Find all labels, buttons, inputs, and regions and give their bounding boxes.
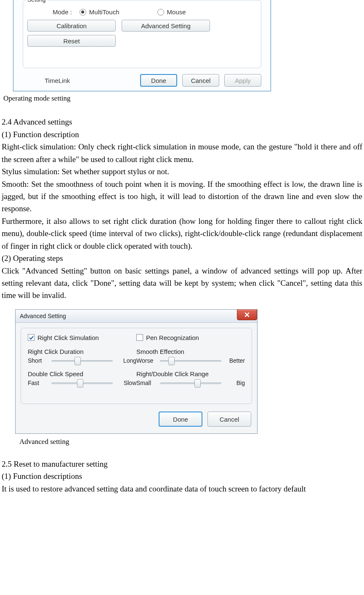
section-2-4-sub2: (2) Operating steps bbox=[2, 252, 362, 264]
checkbox-pen-recognization[interactable]: Pen Recognization bbox=[136, 334, 199, 341]
mode-row: Mode : MultiTouch Mouse bbox=[53, 8, 257, 16]
setting-groupbox: Setting Mode : MultiTouch Mouse Calibrat… bbox=[23, 0, 261, 68]
setting-dialog: Setting Mode : MultiTouch Mouse Calibrat… bbox=[13, 0, 271, 91]
advanced-setting-button[interactable]: Advanced Setting bbox=[122, 20, 210, 32]
smooth-worse-label: Worse bbox=[136, 357, 157, 364]
figure1-caption: Operating mode setting bbox=[3, 93, 362, 104]
dialog-title: Advanced Setting bbox=[20, 313, 66, 319]
section-2-4-p1: Right-click simulation: Only check right… bbox=[2, 141, 362, 165]
range-small-label: Small bbox=[136, 380, 157, 386]
reset-button[interactable]: Reset bbox=[27, 35, 116, 47]
section-2-4-title: 2.4 Advanced settings bbox=[2, 116, 362, 128]
section-2-4-p4: Furthermore, it also allows to set right… bbox=[2, 215, 362, 252]
cancel-button[interactable]: Cancel bbox=[182, 74, 219, 87]
radio-multitouch[interactable]: MultiTouch bbox=[80, 8, 120, 16]
dcs-fast-label: Fast bbox=[28, 380, 49, 386]
label-right-double-click-range: Right/Double Click Range bbox=[136, 370, 245, 377]
label-right-click-duration: Right Click Duration bbox=[28, 348, 136, 355]
check-icon bbox=[29, 335, 34, 340]
slider-smooth-effection[interactable] bbox=[160, 357, 221, 364]
figure2-caption: Advanced setting bbox=[19, 436, 362, 447]
advanced-inner-box: Right Click Simulation Pen Recognization… bbox=[21, 328, 252, 404]
section-2-4-sub1: (1) Function description bbox=[2, 128, 362, 141]
slider-right-double-click-range[interactable] bbox=[160, 379, 221, 387]
brand-label: TimeLink bbox=[45, 77, 70, 84]
calibration-button[interactable]: Calibration bbox=[27, 20, 116, 32]
smooth-better-label: Better bbox=[224, 357, 245, 364]
radio-mouse[interactable]: Mouse bbox=[157, 8, 186, 16]
section-2-4-p5: Click "Advanced Setting" button on basic… bbox=[2, 265, 362, 302]
label-smooth-effection: Smooth Effection bbox=[136, 348, 245, 355]
titlebar: Advanced Setting bbox=[16, 310, 257, 323]
mode-label: Mode : bbox=[53, 8, 72, 16]
section-2-5-p1: It is used to restore advanced setting d… bbox=[2, 483, 362, 495]
checkbox-pen-recognization-label: Pen Recognization bbox=[146, 334, 199, 341]
apply-button: Apply bbox=[224, 74, 261, 87]
checkbox-right-click-sim-label: Right Click Simulation bbox=[37, 334, 99, 341]
close-button[interactable] bbox=[237, 309, 257, 320]
label-double-click-speed: Double Click Speed bbox=[28, 370, 136, 377]
section-2-5-title: 2.5 Reset to manufacturer setting bbox=[2, 458, 362, 470]
slider-double-click-speed[interactable] bbox=[51, 379, 113, 387]
radio-mouse-label: Mouse bbox=[167, 8, 186, 16]
section-2-5-sub1: (1) Function descriptions bbox=[2, 470, 362, 482]
duration-short-label: Short bbox=[28, 357, 49, 364]
section-2-4-p2: Stylus simulation: Set whether support s… bbox=[2, 165, 362, 178]
close-icon bbox=[244, 312, 250, 317]
groupbox-title: Setting bbox=[26, 0, 48, 3]
range-big-label: Big bbox=[224, 380, 245, 386]
duration-long-label: Long bbox=[115, 357, 136, 364]
advanced-done-button[interactable]: Done bbox=[159, 412, 202, 427]
radio-multitouch-label: MultiTouch bbox=[89, 8, 120, 16]
advanced-cancel-button[interactable]: Cancel bbox=[207, 412, 251, 427]
dcs-slow-label: Slow bbox=[115, 380, 136, 386]
section-2-4-p3: Smooth: Set the smoothness of touch poin… bbox=[2, 178, 362, 215]
done-button[interactable]: Done bbox=[140, 74, 177, 87]
advanced-setting-dialog: Advanced Setting Right Click Simulation … bbox=[15, 309, 258, 434]
dialog-bottom-row: TimeLink Done Cancel Apply bbox=[23, 74, 261, 87]
checkbox-right-click-sim[interactable]: Right Click Simulation bbox=[28, 334, 99, 341]
slider-right-click-duration[interactable] bbox=[51, 357, 113, 364]
